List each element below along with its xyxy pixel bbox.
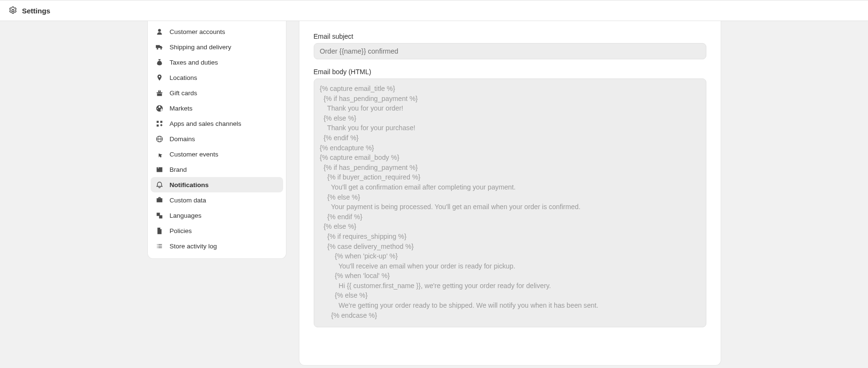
email-body-textarea[interactable]: {% capture email_title %} {% if has_pend…	[314, 78, 706, 327]
gift-icon	[155, 89, 164, 97]
sidebar-item-activity[interactable]: Store activity log	[151, 238, 283, 254]
apps-icon	[155, 119, 164, 128]
sidebar-item-label: Locations	[170, 74, 198, 81]
pin-icon	[155, 73, 164, 82]
cursor-click-icon	[155, 150, 164, 158]
page: Customer accountsShipping and deliveryTa…	[0, 21, 868, 366]
sidebar-item-label: Customer accounts	[170, 28, 225, 35]
sidebar-item-brand[interactable]: Brand	[151, 162, 283, 177]
briefcase-icon	[155, 196, 164, 204]
sidebar-item-apps[interactable]: Apps and sales channels	[151, 116, 283, 131]
sidebar-item-customer-accounts[interactable]: Customer accounts	[151, 24, 283, 39]
sidebar-item-markets[interactable]: Markets	[151, 100, 283, 116]
sidebar-item-label: Apps and sales channels	[170, 120, 242, 127]
page-inner: Customer accountsShipping and deliveryTa…	[147, 21, 721, 366]
email-subject-input[interactable]	[314, 43, 706, 59]
sidebar-item-locations[interactable]: Locations	[151, 70, 283, 85]
page-title: Settings	[22, 7, 50, 15]
email-subject-label: Email subject	[314, 33, 706, 40]
sidebar-item-customdata[interactable]: Custom data	[151, 192, 283, 208]
sidebar-item-label: Policies	[170, 227, 192, 234]
sidebar-item-label: Domains	[170, 135, 195, 143]
user-icon	[155, 27, 164, 36]
topbar: Settings	[0, 0, 868, 21]
globe-dollar-icon	[155, 104, 164, 112]
sidebar-item-policies[interactable]: Policies	[151, 223, 283, 238]
sidebar-item-events[interactable]: Customer events	[151, 146, 283, 162]
sidebar-item-label: Custom data	[170, 197, 207, 204]
globe-icon	[155, 134, 164, 143]
moneybag-icon	[155, 58, 164, 67]
bell-icon	[155, 180, 164, 189]
settings-sidebar: Customer accountsShipping and deliveryTa…	[147, 21, 286, 259]
sidebar-item-languages[interactable]: Languages	[151, 208, 283, 223]
document-icon	[155, 226, 164, 235]
sidebar-item-shipping[interactable]: Shipping and delivery	[151, 39, 283, 55]
sidebar-item-label: Languages	[170, 212, 202, 219]
notification-editor-card: Email subject Email body (HTML) {% captu…	[299, 21, 721, 366]
sidebar-item-taxes[interactable]: Taxes and duties	[151, 55, 283, 70]
sidebar-item-label: Shipping and delivery	[170, 44, 231, 51]
list-icon	[155, 242, 164, 250]
sidebar-item-label: Store activity log	[170, 243, 217, 250]
sidebar-item-label: Notifications	[170, 181, 209, 189]
gear-icon	[9, 6, 17, 15]
sidebar-item-giftcards[interactable]: Gift cards	[151, 85, 283, 100]
translate-icon	[155, 211, 164, 220]
sidebar-item-label: Customer events	[170, 151, 219, 158]
truck-icon	[155, 43, 164, 51]
sidebar-item-domains[interactable]: Domains	[151, 131, 283, 146]
sidebar-item-label: Brand	[170, 166, 187, 173]
sidebar-item-label: Gift cards	[170, 89, 198, 97]
sidebar-item-notifications[interactable]: Notifications	[151, 177, 283, 192]
email-body-label: Email body (HTML)	[314, 68, 706, 76]
image-icon	[155, 165, 164, 174]
sidebar-item-label: Markets	[170, 105, 193, 112]
sidebar-item-label: Taxes and duties	[170, 59, 218, 66]
